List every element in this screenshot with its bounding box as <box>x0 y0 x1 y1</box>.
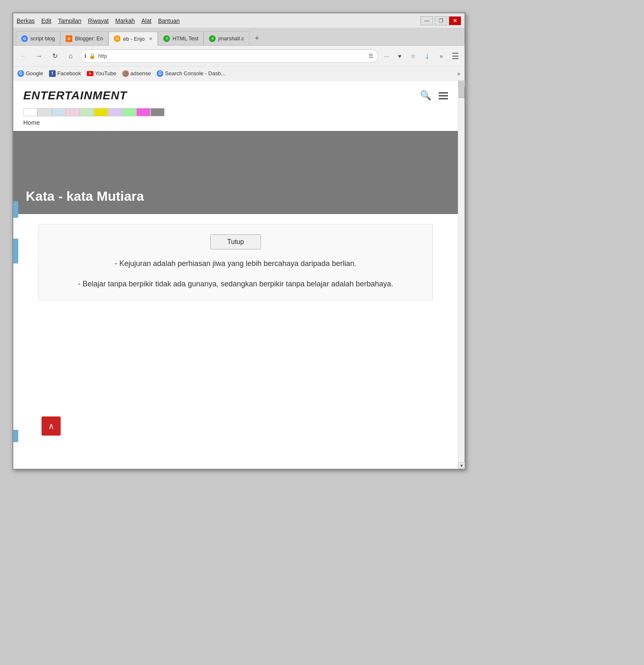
google-bookmark-icon: G <box>17 70 24 77</box>
bookmark-facebook[interactable]: f Facebook <box>49 70 81 77</box>
tab-bar: G script blog B Blogger: En G eb - Enjo … <box>13 28 465 46</box>
browser-window: Berkas Edit Tampilan Riwayat Markah Alat… <box>12 12 465 470</box>
bookmark-searchconsole[interactable]: G Search Console - Dasb... <box>157 70 225 77</box>
color-seg-5 <box>80 108 94 116</box>
left-indicator-3 <box>13 430 18 442</box>
menu-riwayat[interactable]: Riwayat <box>88 17 109 24</box>
bookmark-google[interactable]: G Google <box>17 70 43 77</box>
searchconsole-bookmark-icon: G <box>157 70 163 77</box>
maximize-button[interactable]: ❐ <box>435 16 447 25</box>
scrollbar[interactable]: ▲ ▼ <box>458 81 465 469</box>
menu-icon[interactable]: ☰ <box>450 50 461 62</box>
menu-edit[interactable]: Edit <box>42 17 52 24</box>
site-header: ENTERTAINMENT 🔍 <box>13 81 458 106</box>
color-seg-10 <box>150 108 165 116</box>
navigation-bar: ← → ↻ ⌂ ℹ 🔒 http ☰ ··· ♥ ☆ ↓ » ☰ <box>13 46 465 66</box>
address-bar[interactable]: ℹ 🔒 http ☰ <box>80 49 378 63</box>
site-title: ENTERTAINMENT <box>23 89 127 102</box>
searchconsole-bookmark-label: Search Console - Dasb... <box>165 70 225 76</box>
bookmark-adsense[interactable]: 🌐 adsense <box>122 70 151 77</box>
adsense-bookmark-label: adsense <box>130 70 151 76</box>
more-button[interactable]: ··· <box>381 50 392 62</box>
tab-4-label: HTML Test <box>172 35 198 42</box>
page-content: ENTERTAINMENT 🔍 <box>13 81 458 469</box>
new-tab-button[interactable]: + <box>251 32 263 44</box>
bookmark-youtube[interactable]: YouTube <box>87 70 116 76</box>
nav-home[interactable]: Home <box>23 119 40 126</box>
menu-bantuan[interactable]: Bantuan <box>158 17 179 24</box>
facebook-bookmark-icon: f <box>49 70 56 77</box>
minimize-button[interactable]: — <box>420 16 433 25</box>
tab-3-close[interactable]: ✕ <box>149 36 152 42</box>
tab-3-icon: G <box>114 35 120 42</box>
bookmarks-bar: G Google f Facebook YouTube 🌐 adsense G … <box>13 66 465 81</box>
google-bookmark-label: Google <box>26 70 43 76</box>
tab-5-icon: ☮ <box>209 35 216 42</box>
tab-5[interactable]: ☮ jmarshall.c <box>204 31 249 45</box>
tab-2[interactable]: B Blogger: En <box>60 31 108 45</box>
header-icons: 🔍 <box>420 90 448 101</box>
bookmarks-more-button[interactable]: » <box>457 70 460 77</box>
site-nav: Home <box>13 116 458 131</box>
tab-3-label: eb - Enjo <box>123 36 145 42</box>
menu-alat[interactable]: Alat <box>141 17 151 24</box>
lock-icon: 🔒 <box>89 53 96 59</box>
tab-4-icon: ☮ <box>163 35 170 42</box>
menu-tampilan[interactable]: Tampilan <box>58 17 81 24</box>
youtube-bookmark-label: YouTube <box>95 70 116 76</box>
refresh-button[interactable]: ↻ <box>48 49 61 63</box>
window-controls: — ❐ ✕ <box>420 16 461 25</box>
download-icon[interactable]: ↓ <box>421 50 433 62</box>
menu-markah[interactable]: Markah <box>116 17 135 24</box>
color-seg-4 <box>66 108 80 116</box>
scrollbar-arrow-down[interactable]: ▼ <box>458 462 465 469</box>
star-icon[interactable]: ☆ <box>407 50 419 62</box>
menu-berkas[interactable]: Berkas <box>17 17 35 24</box>
close-button[interactable]: ✕ <box>449 16 461 25</box>
content-box: Tutup - Kejujuran adalah perhiasan jiwa … <box>38 224 433 300</box>
youtube-bookmark-icon <box>87 71 93 76</box>
left-indicator-2 <box>13 239 18 264</box>
reader-icon: ☰ <box>369 53 374 59</box>
tab-1-icon: G <box>21 35 28 42</box>
color-seg-7 <box>108 108 122 116</box>
scrollbar-thumb[interactable] <box>459 81 465 98</box>
tutup-button[interactable]: Tutup <box>210 234 261 249</box>
tab-4[interactable]: ☮ HTML Test <box>158 31 204 45</box>
tab-3[interactable]: G eb - Enjo ✕ <box>108 32 158 46</box>
tab-2-icon: B <box>66 35 72 42</box>
facebook-bookmark-label: Facebook <box>57 70 81 76</box>
scroll-top-button[interactable]: ∧ <box>42 416 61 436</box>
hamburger-icon[interactable] <box>439 92 448 99</box>
adsense-bookmark-icon: 🌐 <box>122 70 129 77</box>
color-seg-3 <box>52 108 66 116</box>
tab-2-label: Blogger: En <box>75 35 103 42</box>
color-seg-1 <box>23 108 37 116</box>
color-seg-9 <box>136 108 150 116</box>
quote-2: - Belajar tanpa berpikir tidak ada gunan… <box>49 278 423 290</box>
tab-1-label: script blog <box>30 35 55 42</box>
color-seg-6 <box>94 108 108 116</box>
home-button[interactable]: ⌂ <box>64 49 77 63</box>
overflow-button[interactable]: » <box>435 50 447 62</box>
nav-extra: ··· ♥ ☆ <box>381 50 419 62</box>
title-bar: Berkas Edit Tampilan Riwayat Markah Alat… <box>13 13 465 28</box>
url-text[interactable]: http <box>98 53 366 59</box>
hero-title: Kata - kata Mutiara <box>26 189 144 204</box>
color-bar <box>23 108 165 116</box>
hero-banner: Kata - kata Mutiara <box>13 131 458 214</box>
color-seg-2 <box>37 108 52 116</box>
back-button[interactable]: ← <box>17 49 30 63</box>
search-icon[interactable]: 🔍 <box>420 90 431 101</box>
menu-bar: Berkas Edit Tampilan Riwayat Markah Alat… <box>17 17 180 24</box>
tab-1[interactable]: G script blog <box>16 31 60 45</box>
color-seg-8 <box>122 108 136 116</box>
left-indicator-1 <box>13 201 18 218</box>
info-icon: ℹ <box>84 53 86 59</box>
forward-button[interactable]: → <box>32 49 46 63</box>
tab-5-label: jmarshall.c <box>218 35 244 42</box>
quote-1: - Kejujuran adalah perhiasan jiwa yang l… <box>49 258 423 270</box>
pocket-icon[interactable]: ♥ <box>394 50 406 62</box>
